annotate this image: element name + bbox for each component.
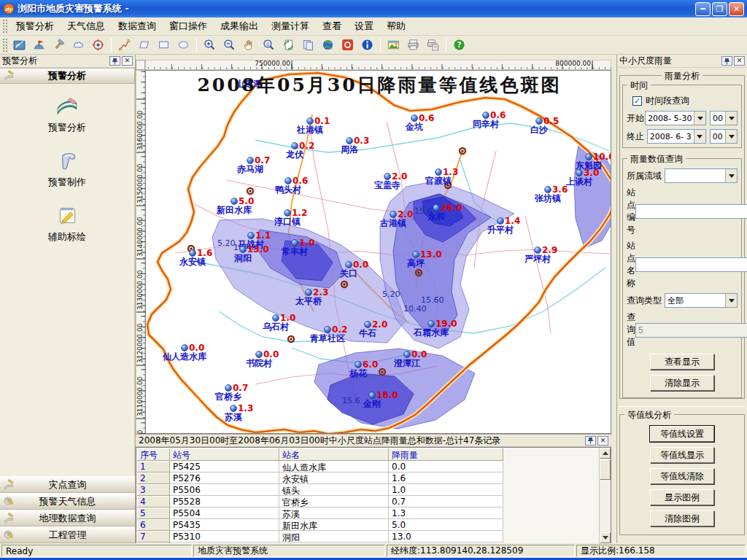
satellite-map-button[interactable] <box>10 36 28 53</box>
map-canvas[interactable]: 5.2010.4015.65.2015.6010.4015.6山枣潭0.1社港镇… <box>145 70 611 434</box>
start-date-select[interactable]: 2008- 5-30 <box>645 111 706 125</box>
station-dot-icon[interactable] <box>225 385 232 392</box>
contour-button-0[interactable]: 等值线设置 <box>650 426 714 442</box>
station-dot-icon[interactable] <box>390 211 397 218</box>
polyline-button[interactable] <box>115 36 133 53</box>
close-icon[interactable]: ✕ <box>122 56 133 66</box>
station-dot-icon[interactable] <box>536 118 543 125</box>
close-icon[interactable]: ✕ <box>597 436 608 446</box>
view-display-button[interactable]: 查看显示 <box>650 354 714 370</box>
rain-station[interactable]: 0.6鸭头村 <box>275 176 308 195</box>
rain-station[interactable]: 3.6张坊镇 <box>534 184 568 203</box>
scroll-down-icon[interactable] <box>600 532 611 543</box>
station-dot-icon[interactable] <box>535 247 541 254</box>
sidebar-group-0[interactable]: 灾点查询 <box>0 476 135 493</box>
pin-icon[interactable] <box>109 56 120 66</box>
flag-map-button[interactable] <box>30 36 48 53</box>
station-dot-icon[interactable] <box>433 205 440 211</box>
sidebar-group-3[interactable]: 工程管理 <box>0 526 135 543</box>
station-dot-icon[interactable] <box>365 322 371 328</box>
station-dot-icon[interactable] <box>285 178 292 184</box>
station-dot-icon[interactable] <box>247 158 254 164</box>
zoom-window-button[interactable]: ± <box>260 36 278 53</box>
contour-button-1[interactable]: 等值线显示 <box>650 447 714 463</box>
table-scrollbar[interactable] <box>599 448 611 543</box>
station-dot-icon[interactable] <box>369 392 376 399</box>
sidebar-group-2[interactable]: 地理数据查询 <box>0 510 135 526</box>
rain-station[interactable]: 0.7官桥乡 <box>214 383 248 402</box>
rain-station[interactable]: 0.0仙人造水库 <box>162 343 207 362</box>
hammer-button[interactable] <box>50 36 68 53</box>
table-row[interactable]: 2P5276永安镇1.6 <box>137 472 503 484</box>
toolbar-grip[interactable] <box>2 38 7 52</box>
station-dot-icon[interactable] <box>346 262 352 268</box>
close-icon[interactable]: ✕ <box>734 56 745 66</box>
image-button[interactable] <box>384 36 403 53</box>
menu-item-5[interactable]: 测量计算 <box>265 18 316 35</box>
rain-station[interactable]: 0.3周洛 <box>340 136 369 155</box>
panel-splitter[interactable] <box>611 55 616 543</box>
sidebar-item-2[interactable]: 辅助标绘 <box>48 202 86 244</box>
rain-station[interactable]: 2.9严坪村 <box>524 245 557 264</box>
station-dot-icon[interactable] <box>248 233 255 239</box>
station-dot-icon[interactable] <box>347 138 353 144</box>
polygon-button[interactable] <box>135 36 153 53</box>
rain-station[interactable]: 5.0新田水库 <box>216 196 254 215</box>
clear-display-button[interactable]: 清除显示 <box>650 375 714 391</box>
menu-item-3[interactable]: 窗口操作 <box>163 18 214 35</box>
contour-button-2[interactable]: 等值线清除 <box>650 468 714 484</box>
chevron-down-icon[interactable] <box>725 169 737 182</box>
station-dot-icon[interactable] <box>231 198 238 205</box>
station-dot-icon[interactable] <box>292 240 298 246</box>
rain-station[interactable]: 1.3苏溪 <box>224 403 253 422</box>
chevron-down-icon[interactable] <box>694 112 705 125</box>
menu-item-6[interactable]: 查看 <box>316 18 348 35</box>
rain-station[interactable]: 1.3官渡镇 <box>425 167 458 186</box>
station-name-input[interactable] <box>635 257 747 272</box>
maximize-button[interactable]: ❐ <box>712 2 727 16</box>
station-dot-icon[interactable] <box>240 246 247 253</box>
rain-station[interactable]: 0.5白沙 <box>530 116 559 135</box>
print-preview-button[interactable] <box>424 36 442 53</box>
zoom-in-button[interactable] <box>201 36 219 53</box>
basin-select[interactable] <box>665 168 738 183</box>
start-hour-select[interactable]: 00 <box>710 111 738 125</box>
station-dot-icon[interactable] <box>307 118 314 125</box>
table-row[interactable]: 3P5506镇头1.0 <box>137 484 503 496</box>
station-dot-icon[interactable] <box>413 252 419 258</box>
copy-layers-button[interactable] <box>299 36 317 53</box>
station-dot-icon[interactable] <box>404 351 411 358</box>
station-dot-icon[interactable] <box>545 187 551 193</box>
station-dot-icon[interactable] <box>411 115 418 122</box>
station-dot-icon[interactable] <box>428 321 435 327</box>
station-dot-icon[interactable] <box>306 289 312 296</box>
station-dot-icon[interactable] <box>285 210 291 217</box>
chevron-down-icon[interactable] <box>725 294 737 307</box>
station-dot-icon[interactable] <box>355 362 362 368</box>
chevron-down-icon[interactable] <box>725 130 737 143</box>
chevron-down-icon[interactable] <box>725 112 737 125</box>
station-dot-icon[interactable] <box>384 174 391 180</box>
rectangle-button[interactable] <box>155 36 173 53</box>
time-range-checkbox[interactable]: ✓ <box>632 96 642 106</box>
menu-item-1[interactable]: 天气信息 <box>61 18 112 35</box>
table-row[interactable]: 7P5310洞阳13.0 <box>137 531 503 542</box>
station-dot-icon[interactable] <box>256 351 263 358</box>
target-button[interactable] <box>89 36 107 53</box>
rain-station[interactable]: 0.6金坑 <box>405 113 434 132</box>
info-button[interactable] <box>358 36 376 53</box>
minimize-button[interactable]: ━ <box>695 2 711 16</box>
chevron-down-icon[interactable] <box>694 130 705 143</box>
rain-station[interactable]: 0.0书院村 <box>246 349 279 368</box>
station-dot-icon[interactable] <box>436 169 442 176</box>
menubar-grip[interactable] <box>2 19 7 33</box>
pin-icon[interactable] <box>585 436 596 446</box>
print-button[interactable] <box>404 36 422 53</box>
menu-item-0[interactable]: 预警分析 <box>9 18 61 35</box>
zoom-out-button[interactable] <box>220 36 239 53</box>
station-dot-icon[interactable] <box>231 405 237 412</box>
sidebar-group-1[interactable]: 预警天气信息 <box>0 493 135 510</box>
scrollbar-thumb[interactable] <box>600 459 611 480</box>
table-row[interactable]: 5P5504苏溪1.3 <box>137 508 503 519</box>
table-row[interactable]: 4P5528官桥乡0.7 <box>137 496 503 508</box>
